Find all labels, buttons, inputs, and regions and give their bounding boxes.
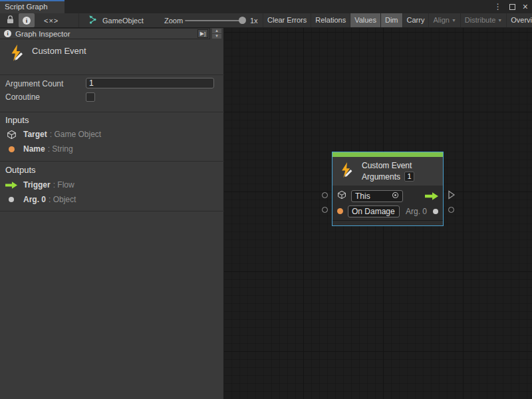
event-name-field[interactable]: On Damage	[348, 205, 400, 217]
argument-count-label: Argument Count	[5, 79, 63, 88]
toolbar-separator	[78, 13, 79, 27]
inspector-toggle-button[interactable]: i	[19, 13, 35, 27]
argument-count-input[interactable]	[86, 78, 214, 88]
coroutine-label: Coroutine	[5, 92, 40, 102]
arg0-label: Arg. 0	[406, 207, 427, 216]
graph-inspector-panel: i Graph Inspector ▶] ▲ ▼ Custom Event Ar…	[0, 28, 224, 399]
node-footer	[332, 220, 443, 225]
scroll-down-icon[interactable]: ▼	[212, 34, 221, 39]
separator	[0, 74, 224, 75]
string-port-icon	[5, 146, 17, 152]
output-row-arg0: Arg. 0: Object	[5, 194, 76, 205]
lock-button[interactable]	[2, 13, 18, 27]
tab-bar: Script Graph ⋮ ×	[0, 0, 532, 13]
zoom-label: Zoom	[164, 13, 183, 27]
scroll-up-icon[interactable]: ▲	[212, 29, 221, 33]
node-subtitle: Arguments 1	[362, 172, 414, 182]
name-input-port[interactable]	[322, 207, 328, 213]
distribute-dropdown[interactable]: Distribute ▼	[460, 13, 506, 27]
inspector-node-title: Custom Event	[32, 46, 86, 56]
info-icon: i	[23, 17, 31, 25]
dock-panel-icon[interactable]: ▶]	[198, 29, 208, 38]
gameobject-graph-icon	[88, 15, 98, 26]
port-label: Target: Game Object	[23, 130, 101, 139]
port-label: Trigger: Flow	[23, 180, 74, 190]
cube-icon	[5, 130, 17, 140]
separator	[0, 211, 224, 211]
target-input-port[interactable]	[322, 192, 328, 198]
node-title: Custom Event	[362, 161, 414, 170]
node-titles: Custom Event Arguments 1	[362, 161, 414, 182]
inspector-title-bar: i Graph Inspector ▶]	[0, 28, 210, 39]
port-label: Name: String	[23, 144, 73, 154]
node-header[interactable]: Custom Event Arguments 1	[332, 157, 443, 186]
custom-event-icon	[8, 44, 27, 65]
chevron-down-icon: ▼	[452, 13, 456, 27]
carry-button[interactable]: Carry	[402, 13, 429, 27]
input-row-target: Target: Game Object	[5, 129, 101, 140]
zoom-slider-handle[interactable]	[239, 17, 246, 24]
gameobject-label: GameObject	[102, 17, 144, 25]
window-menu-icon[interactable]: ⋮	[494, 0, 502, 13]
object-port-icon	[5, 197, 17, 202]
maximize-icon[interactable]	[509, 4, 515, 10]
custom-event-icon	[338, 162, 356, 182]
custom-event-node[interactable]: Custom Event Arguments 1 This	[332, 152, 444, 226]
tab-script-graph[interactable]: Script Graph	[0, 0, 65, 13]
outputs-header: Outputs	[5, 165, 36, 175]
node-body: This On Damage Arg. 0	[332, 186, 443, 220]
unity-script-graph-window: { "window": { "tab_title": "Script Graph…	[0, 0, 532, 399]
chevron-down-icon: ▼	[497, 13, 502, 27]
dim-button[interactable]: Dim	[380, 13, 402, 27]
arg0-output-port[interactable]	[448, 207, 454, 213]
zoom-value: 1x	[250, 13, 258, 27]
output-row-trigger: Trigger: Flow	[5, 180, 74, 190]
trigger-output-port[interactable]	[448, 190, 456, 202]
cube-icon	[337, 190, 346, 201]
flow-arrow-icon	[5, 182, 17, 189]
graph-canvas[interactable]: Custom Event Arguments 1 This	[224, 28, 532, 399]
info-icon: i	[4, 30, 11, 37]
gameobject-context[interactable]: GameObject	[88, 13, 144, 27]
code-icon: <×>	[44, 17, 59, 25]
node-event-color-bar	[332, 152, 443, 157]
object-port-icon	[433, 209, 438, 214]
input-row-name: Name: String	[5, 144, 73, 154]
overview-button[interactable]: Overview	[506, 13, 532, 27]
toolbar-button-group: Clear Errors Relations Values Dim Carry …	[263, 13, 532, 27]
arg0-output[interactable]: Arg. 0	[406, 207, 438, 216]
separator	[0, 112, 224, 112]
target-field[interactable]: This	[351, 190, 403, 202]
zoom-slider-track[interactable]	[185, 20, 242, 21]
lock-icon	[7, 15, 14, 25]
node-row-target: This	[332, 188, 443, 203]
close-icon[interactable]: ×	[523, 0, 528, 13]
code-view-button[interactable]: <×>	[44, 13, 59, 27]
port-label: Arg. 0: Object	[23, 195, 76, 204]
node-arguments-value[interactable]: 1	[404, 172, 414, 182]
graph-toolbar: i <×> GameObject Zoom 1x Clear Errors Re…	[0, 13, 532, 28]
flow-arrow-icon	[425, 192, 438, 200]
window-controls: ⋮ ×	[494, 0, 528, 13]
object-picker-icon[interactable]	[392, 192, 399, 201]
inputs-header: Inputs	[5, 115, 29, 125]
node-row-name: On Damage Arg. 0	[332, 203, 443, 219]
relations-button[interactable]: Relations	[311, 13, 350, 27]
string-port-icon	[337, 208, 343, 214]
align-dropdown[interactable]: Align ▼	[428, 13, 460, 27]
trigger-output[interactable]	[425, 192, 438, 200]
tab-title: Script Graph	[5, 3, 48, 11]
clear-errors-button[interactable]: Clear Errors	[263, 13, 311, 27]
inspector-scroll-buttons: ▲ ▼	[212, 29, 221, 39]
inspector-title: Graph Inspector	[15, 30, 194, 38]
coroutine-checkbox[interactable]	[86, 92, 95, 102]
values-button[interactable]: Values	[350, 13, 380, 27]
separator	[0, 161, 224, 162]
